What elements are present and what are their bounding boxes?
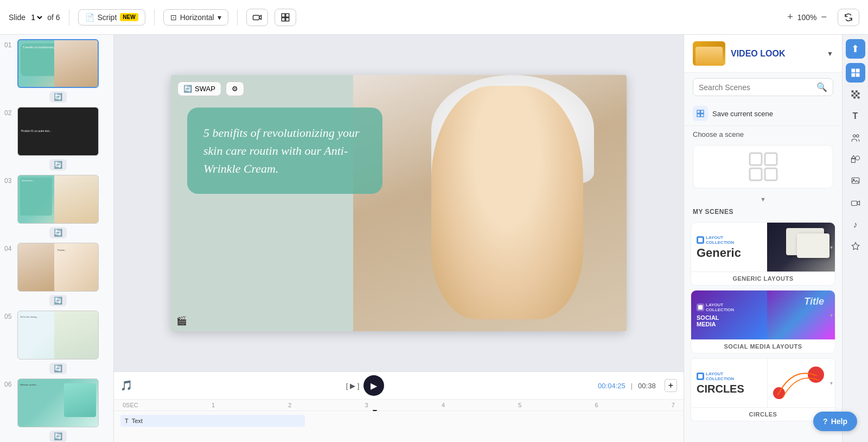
camera-icon <box>252 12 262 22</box>
slide-item-3[interactable]: 03 Informatica... 🔄 <box>4 175 109 238</box>
gallery-icon <box>851 176 860 186</box>
slide-item-6[interactable]: 06 Skincare routine... 🔄 <box>4 378 109 442</box>
horizontal-button[interactable]: ⊡ Horizontal ▾ <box>163 9 228 26</box>
svg-rect-25 <box>857 97 859 99</box>
slide-thumbnail-2[interactable]: Produit #1 un autre text... <box>17 107 99 156</box>
slide-number-select[interactable]: 123456 <box>29 12 44 22</box>
circles-decoration <box>770 361 824 400</box>
timeline-ruler: 0SEC 1 2 3 4 5 6 7 ▼ <box>114 400 684 411</box>
slide-label: Slide <box>9 13 25 22</box>
people-tool-button[interactable] <box>846 128 865 148</box>
svg-rect-9 <box>701 114 704 117</box>
add-track-button[interactable]: + <box>665 379 677 392</box>
text-track-icon: T <box>125 418 129 424</box>
scene-card-circles[interactable]: LAYOUTCOLLECTION CIRCLES ▾ CIRCLE <box>691 358 835 421</box>
search-icon[interactable]: 🔍 <box>816 82 827 92</box>
svg-rect-23 <box>856 94 858 97</box>
video-indicator-icon: 🎬 <box>176 315 187 326</box>
help-button[interactable]: ? Help <box>813 412 857 431</box>
layout-collection-icon-generic <box>697 236 704 244</box>
slide-2-action-btn[interactable]: 🔄 <box>49 159 67 171</box>
svg-marker-30 <box>851 156 856 159</box>
save-icon <box>696 109 705 118</box>
checkerboard-tool-button[interactable] <box>846 85 865 104</box>
right-panel: VIDEO LOOK ▼ 🔍 Save current scene Choose… <box>684 35 868 442</box>
slide-indicator: Slide 123456 of 6 <box>9 12 60 22</box>
slide-thumbnail-4[interactable]: Produit... <box>17 243 99 292</box>
help-label: Help <box>831 417 847 426</box>
slide-number-04: 04 <box>4 243 14 252</box>
canvas-text-block[interactable]: 5 benifits of revolutionizing your skin … <box>187 108 382 194</box>
upload-button[interactable]: ⬆ <box>846 39 865 59</box>
search-scenes-input[interactable] <box>699 83 813 92</box>
scene-card-social-right: Title <box>767 291 835 339</box>
divider <box>237 9 238 26</box>
camera-button[interactable] <box>246 9 268 26</box>
script-button[interactable]: 📄 Script NEW <box>78 9 145 26</box>
scene-card-generic[interactable]: LAYOUTCOLLECTION Generic ▾ GENERIC LAYOU… <box>691 222 835 286</box>
svg-rect-10 <box>750 153 762 165</box>
svg-rect-19 <box>856 91 858 93</box>
track-item-text: T Text <box>120 413 677 428</box>
scene-card-circles-inner: LAYOUTCOLLECTION CIRCLES ▾ <box>691 358 835 407</box>
layout-tool-button[interactable] <box>846 63 865 83</box>
checkerboard-icon <box>851 90 860 99</box>
divider <box>69 9 69 26</box>
text-tool-button[interactable]: T <box>846 106 865 126</box>
scene-card-generic-right <box>767 223 835 271</box>
save-scene-row[interactable]: Save current scene <box>684 102 842 126</box>
effects-tool-button[interactable] <box>846 237 865 256</box>
slide-4-action-btn[interactable]: 🔄 <box>49 295 67 306</box>
slide-number-02: 02 <box>4 107 14 117</box>
slide-thumbnail-1[interactable]: 5 benifits of revolutionizing... <box>17 39 99 88</box>
play-button[interactable]: ▶ <box>363 375 384 396</box>
slide-6-action-btn[interactable]: 🔄 <box>49 431 67 442</box>
layout-collection-badge-social: LAYOUTCOLLECTION <box>697 302 762 312</box>
scene-card-social[interactable]: LAYOUTCOLLECTION SOCIAL MEDIA Title ▾ SO… <box>691 290 835 353</box>
svg-rect-3 <box>285 14 289 17</box>
refresh-button[interactable] <box>838 9 859 26</box>
svg-rect-15 <box>856 69 859 73</box>
zoom-in-button[interactable]: + <box>787 11 793 23</box>
video-tool-button[interactable] <box>846 193 865 213</box>
gallery-tool-button[interactable] <box>846 172 865 191</box>
timeline-playhead[interactable]: ▼ <box>374 400 375 411</box>
slide-number-03: 03 <box>4 175 14 185</box>
slide-2-icon-bar: 🔄 <box>17 159 99 171</box>
slide-1-action-btn[interactable]: 🔄 <box>49 91 67 103</box>
svg-rect-6 <box>697 110 700 113</box>
slide-5-action-btn[interactable]: 🔄 <box>49 363 67 374</box>
slide-thumbnail-5[interactable]: Tel for the having... <box>17 311 99 359</box>
swap-button[interactable]: 🔄 SWAP <box>177 81 221 96</box>
svg-rect-0 <box>253 15 259 20</box>
time-separator: | <box>631 382 633 390</box>
slide-3-action-btn[interactable]: 🔄 <box>49 227 67 238</box>
canvas-wrapper: 5 benifits of revolutionizing your skin … <box>114 35 684 371</box>
zoom-out-button[interactable]: − <box>821 11 827 23</box>
generic-chevron-icon: ▾ <box>830 244 833 250</box>
slide-thumbnail-3[interactable]: Informatica... <box>17 175 99 224</box>
scene-card-generic-left: LAYOUTCOLLECTION Generic <box>691 223 767 271</box>
generic-subtitle: GENERIC LAYOUTS <box>691 271 835 285</box>
slide-thumbnail-6[interactable]: Skincare routine... <box>17 378 99 427</box>
slide-item-5[interactable]: 05 Tel for the having... 🔄 <box>4 311 109 374</box>
timeline-bracket[interactable]: [ ▶ ] <box>346 382 359 390</box>
svg-rect-20 <box>853 92 856 94</box>
svg-point-27 <box>856 135 859 137</box>
slide-item-4[interactable]: 04 Produit... 🔄 <box>4 243 109 306</box>
canvas-frame[interactable]: 5 benifits of revolutionizing your skin … <box>171 75 627 331</box>
slide-item-1[interactable]: 01 5 benifits of revolutionizing... 🔄 <box>4 39 109 103</box>
music-button[interactable]: 🎵 <box>120 380 132 392</box>
grid-view-button[interactable] <box>275 9 296 26</box>
scene-grid-icon <box>747 150 780 183</box>
settings-button[interactable]: ⚙ <box>226 81 244 96</box>
slide-item-2[interactable]: 02 Produit #1 un autre text... 🔄 <box>4 107 109 171</box>
shapes-tool-button[interactable] <box>846 150 865 169</box>
video-look-chevron-icon[interactable]: ▼ <box>827 50 833 58</box>
music-tool-button[interactable]: ♪ <box>846 215 865 235</box>
layout-collection-badge-circles: LAYOUTCOLLECTION <box>697 371 762 381</box>
slide-1-icon-bar: 🔄 <box>17 91 99 103</box>
zoom-controls: + 100% − <box>787 11 827 23</box>
track-block-text[interactable]: T Text <box>120 415 305 427</box>
layout-icon: ⊡ <box>170 13 177 22</box>
